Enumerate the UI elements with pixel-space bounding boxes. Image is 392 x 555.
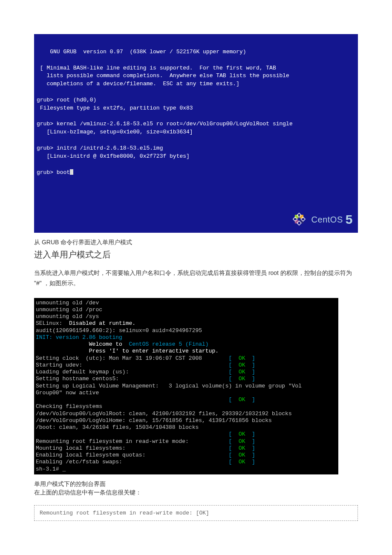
boot-line: /dev/VolGroup00/LogVolHome: clean, 15/76… <box>36 417 272 424</box>
status-ok: OK <box>239 369 245 375</box>
section-heading: 进入单用户模式之后 <box>34 249 358 260</box>
centos-version: 5 <box>346 212 353 226</box>
figure-caption: 从 GRUB 命令行界面进入单用户模式 <box>34 239 358 246</box>
svg-rect-3 <box>300 220 303 223</box>
status-ok: OK <box>239 431 245 437</box>
svg-rect-2 <box>295 220 298 223</box>
boot-line: Enabling /etc/fstab swaps: <box>36 459 228 465</box>
shell-prompt: sh-3.1# _ <box>36 466 66 472</box>
grub-output: [Linux-initrd @ 0x1fbe8000, 0x2f723f byt… <box>37 153 190 159</box>
grub-output: [Linux-bzImage, setup=0x1e00, size=0x1b3… <box>37 129 193 135</box>
grub-cmd-boot: grub> boot <box>37 169 70 176</box>
grub-terminal-screenshot: GNU GRUB version 0.97 (638K lower / 5221… <box>34 34 358 233</box>
svg-rect-0 <box>295 215 298 218</box>
grub-header: GNU GRUB version 0.97 (638K lower / 5221… <box>37 49 246 55</box>
boot-line <box>36 431 228 437</box>
grub-hint-line: [ Minimal BASH-like line editing is supp… <box>37 65 276 71</box>
boot-line: /boot: clean, 34/26104 files, 15034/1043… <box>36 424 199 431</box>
boot-line: Setting clock (utc): Mon Mar 31 19:06:07… <box>36 355 228 361</box>
grub-output: Filesystem type is ext2fs, partition typ… <box>37 105 193 111</box>
status-ok: OK <box>239 355 245 361</box>
status-ok: OK <box>239 396 245 403</box>
status-ok: OK <box>239 459 245 465</box>
figure-caption: 单用户模式下的控制台界面 <box>34 480 358 488</box>
svg-rect-1 <box>300 215 303 218</box>
body-text: 在上面的启动信息中有一条信息很关键： <box>34 489 358 497</box>
boot-line: audit(1206961549.660:2): selinux=0 auid=… <box>36 327 202 334</box>
boot-line: Setting hostname centos5: <box>36 376 228 382</box>
grub-cmd-kernel: grub> kernel /vmlinuz-2.6.18-53.el5 ro r… <box>37 121 293 127</box>
boot-line: Checking filesystems <box>36 403 102 410</box>
boot-line: unmounting old /dev <box>36 300 99 306</box>
boot-line: SELinux: <box>36 320 69 327</box>
boot-line: unmounting old /proc <box>36 306 102 313</box>
boot-line <box>36 396 228 403</box>
boot-line: INIT: version 2.86 booting <box>36 334 122 341</box>
centos-logo: CentOS 5 <box>290 210 353 229</box>
body-paragraph: 当系统进入单用户模式时，不需要输入用户名和口令，系统启动完成后将直接获得管理员 … <box>34 268 358 289</box>
cursor-icon <box>70 169 73 175</box>
boot-line: unmounting old /sys <box>36 313 99 320</box>
boot-line: Enabling local filesystem quotas: <box>36 452 228 458</box>
code-snippet: Remounting root filesystem in read-write… <box>34 505 358 521</box>
boot-line: Welcome to <box>36 341 129 347</box>
boot-line: Starting udev: <box>36 362 228 368</box>
grub-cmd-initrd: grub> initrd /initrd-2.6.18-53.el5.img <box>37 145 163 151</box>
boot-line: Loading default keymap (us): <box>36 369 228 375</box>
boot-line: /dev/VolGroup00/LogVolRoot: clean, 42100… <box>36 410 292 417</box>
boot-line: Press 'I' to enter interactive startup. <box>36 348 219 354</box>
boot-line: Disabled at runtime. <box>69 320 135 327</box>
status-ok: OK <box>239 438 245 445</box>
grub-hint-line: lists possible command completions. Anyw… <box>37 72 289 79</box>
grub-hint-line: completions of a device/filename. ESC at… <box>37 81 239 87</box>
boot-line: Setting up Logical Volume Management: 3 … <box>36 383 302 389</box>
boot-line: Group00" now active <box>36 390 99 396</box>
status-ok: OK <box>239 452 245 458</box>
boot-terminal-screenshot: unmounting old /dev unmounting old /proc… <box>34 298 338 474</box>
status-ok: OK <box>239 376 245 382</box>
grub-cmd-root: grub> root (hd0,0) <box>37 97 96 103</box>
status-ok: OK <box>239 362 245 368</box>
boot-line: Remounting root filesystem in read-write… <box>36 438 228 445</box>
boot-distro: CentOS release 5 (Final) <box>129 341 208 347</box>
boot-line: Mounting local filesystems: <box>36 445 228 451</box>
centos-logo-text: CentOS 5 <box>311 210 353 229</box>
page-container: GNU GRUB version 0.97 (638K lower / 5221… <box>0 0 392 538</box>
status-ok: OK <box>239 445 245 451</box>
centos-logo-icon <box>290 210 308 228</box>
